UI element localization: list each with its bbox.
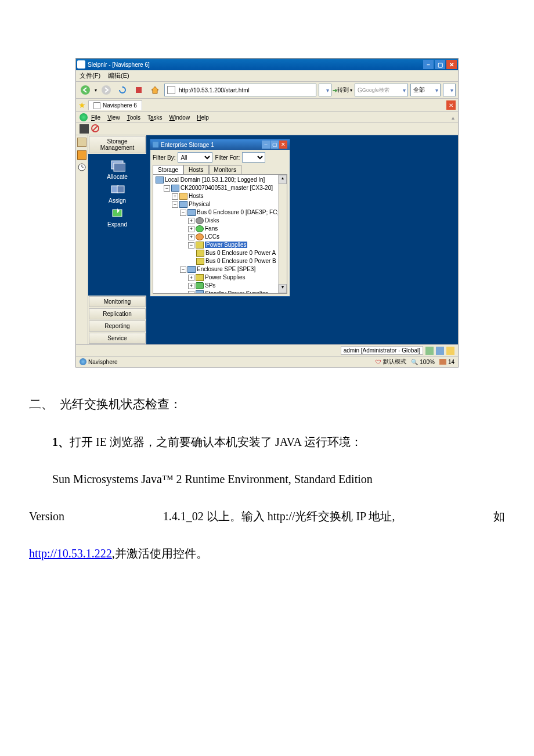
panel-replication[interactable]: Replication	[89, 308, 146, 319]
enterprise-storage-window: Enterprise Storage 1 – ▢ ✕ Filter By: Al…	[150, 139, 290, 297]
tree-power-supplies[interactable]: Power Supplies	[205, 242, 247, 248]
browser-tab[interactable]: Navisphere 6	[88, 100, 142, 110]
forward-button[interactable]	[99, 83, 113, 97]
task-assign[interactable]: Assign	[109, 182, 126, 204]
tree-spe-ps[interactable]: Power Supplies	[205, 274, 245, 280]
expand-standby[interactable]: −	[188, 291, 194, 294]
stop-button[interactable]	[132, 83, 146, 97]
app-tool-icon-2[interactable]	[91, 124, 99, 134]
tree-sps[interactable]: SPs	[205, 282, 215, 289]
tree-bus0[interactable]: Bus 0 Enclosure 0 [DAE3P; FC; 2Gbps]	[197, 209, 287, 215]
browser-toolbar: ▾ ➔ 转到 ▾ G Google検索 全部	[76, 82, 458, 99]
tree-array[interactable]: CK200070400531_master [CX3-20]	[181, 185, 273, 191]
menu-edit[interactable]: 编辑(E)	[108, 72, 129, 79]
panel-storage-mgmt[interactable]: Storage Management	[89, 136, 146, 153]
go-dropdown[interactable]: ▾	[350, 88, 352, 93]
back-dropdown[interactable]: ▾	[95, 88, 97, 93]
home-button[interactable]	[148, 83, 162, 97]
tab-page-icon	[93, 102, 100, 109]
panel-service[interactable]: Service	[89, 333, 146, 344]
expand-bus0[interactable]: −	[180, 210, 186, 216]
tree-root[interactable]: Local Domain [10.53.1.200; Logged In]	[165, 177, 265, 183]
sub-close-button[interactable]: ✕	[279, 141, 287, 149]
sub-maximize-button[interactable]: ▢	[270, 141, 279, 149]
status-icon-1[interactable]	[425, 347, 434, 355]
favorites-icon[interactable]: ★	[78, 100, 86, 110]
version-line: Version 1.4.1_02 以上。输入 http://光纤交换机 IP 地…	[29, 503, 505, 529]
scroll-up-icon[interactable]: ▴	[452, 114, 454, 121]
side-icon-list[interactable]	[77, 150, 86, 160]
document-body: 二、 光纤交换机状态检查： 1、打开 IE 浏览器，之前要确认本机安装了 JAV…	[23, 391, 511, 566]
tree-standby[interactable]: Standby Power Supplies	[205, 290, 268, 294]
scroll-down-button[interactable]: ▾	[279, 284, 287, 293]
app-menu-window[interactable]: Window	[169, 114, 190, 121]
minimize-button[interactable]: –	[423, 60, 434, 69]
panel-reporting[interactable]: Reporting	[89, 321, 146, 332]
tab-hosts[interactable]: Hosts	[183, 165, 209, 174]
tab-close-button[interactable]: ✕	[446, 100, 456, 110]
sub-minimize-button[interactable]: –	[262, 141, 270, 149]
close-button[interactable]: ✕	[446, 60, 457, 69]
expand-fans[interactable]: +	[188, 226, 194, 232]
expand-spe[interactable]: −	[180, 267, 186, 273]
app-menu-tasks[interactable]: Tasks	[147, 114, 163, 121]
expand-disks[interactable]: +	[188, 218, 194, 224]
app-tool-icon-1[interactable]	[80, 124, 89, 134]
status-icon-2[interactable]	[436, 347, 444, 355]
address-bar[interactable]	[164, 84, 316, 96]
panel-monitoring[interactable]: Monitoring	[89, 296, 146, 307]
section-heading: 二、 光纤交换机状态检查：	[29, 391, 505, 417]
step-1: 1、打开 IE 浏览器，之前要确认本机安装了 JAVA 运行环境：	[29, 429, 505, 455]
tree-fans[interactable]: Fans	[205, 225, 218, 232]
expand-lccs[interactable]: +	[188, 234, 194, 240]
side-icon-clock[interactable]	[78, 163, 86, 171]
expand-spe-ps[interactable]: +	[188, 275, 194, 281]
url-input[interactable]	[178, 87, 313, 94]
app-menu-view[interactable]: View	[107, 114, 120, 121]
tab-monitors[interactable]: Monitors	[209, 165, 241, 174]
lccs-icon	[196, 233, 204, 240]
maximize-button[interactable]: ▢	[435, 60, 445, 69]
subwindow-titlebar[interactable]: Enterprise Storage 1 – ▢ ✕	[150, 139, 290, 150]
switch-ip-link[interactable]: http://10.53.1.222	[29, 547, 112, 560]
tree-psb[interactable]: Bus 0 Enclosure 0 Power B	[205, 258, 276, 264]
tree-lccs[interactable]: LCCs	[205, 233, 219, 240]
filter-for-select[interactable]	[242, 152, 265, 163]
expand-hosts[interactable]: +	[172, 193, 178, 200]
zoom-level[interactable]: 🔍 100%	[411, 359, 435, 365]
app-menu-file[interactable]: File	[91, 114, 100, 121]
search-box[interactable]: G Google検索	[355, 84, 408, 96]
task-expand[interactable]: Expand	[107, 206, 127, 228]
expand-physical[interactable]: −	[172, 201, 178, 208]
svg-point-0	[81, 85, 90, 95]
expand-array[interactable]: −	[164, 185, 170, 192]
menu-file[interactable]: 文件(F)	[80, 72, 100, 79]
filter-by-select[interactable]: All	[178, 152, 212, 163]
security-mode[interactable]: 🛡 默认模式	[376, 358, 406, 366]
refresh-button[interactable]	[116, 83, 129, 97]
tab-storage[interactable]: Storage	[153, 165, 183, 174]
extra-dropdown[interactable]	[443, 84, 456, 96]
app-menu-tools[interactable]: Tools	[127, 114, 140, 121]
expand-sps[interactable]: +	[188, 283, 194, 289]
back-button[interactable]	[78, 83, 92, 97]
tree-psa[interactable]: Bus 0 Enclosure 0 Power A	[205, 250, 276, 256]
status-icon-3[interactable]	[446, 347, 454, 355]
expand-ps[interactable]: −	[188, 242, 194, 249]
task-allocate[interactable]: Allocate	[107, 159, 128, 180]
count-icon	[439, 359, 446, 365]
tree-spe[interactable]: Enclosure SPE [SPE3]	[197, 266, 255, 272]
taskbar-item[interactable]: Navisphere	[80, 358, 118, 365]
tree-physical[interactable]: Physical	[189, 201, 210, 207]
tree-scrollbar[interactable]: ▴ ▾	[278, 175, 287, 293]
tree-disks[interactable]: Disks	[205, 217, 219, 224]
app-menu-help[interactable]: Help	[197, 114, 209, 121]
side-icon-tree[interactable]	[77, 138, 86, 147]
storage-tree[interactable]: Local Domain [10.53.1.200; Logged In] −C…	[153, 174, 287, 294]
scroll-up-button[interactable]: ▴	[279, 175, 287, 184]
url-dropdown[interactable]	[319, 84, 331, 96]
standby-icon	[196, 290, 204, 294]
scope-select[interactable]: 全部	[410, 84, 441, 96]
tree-hosts[interactable]: Hosts	[189, 193, 204, 199]
go-button[interactable]: ➔ 转到	[334, 83, 348, 97]
